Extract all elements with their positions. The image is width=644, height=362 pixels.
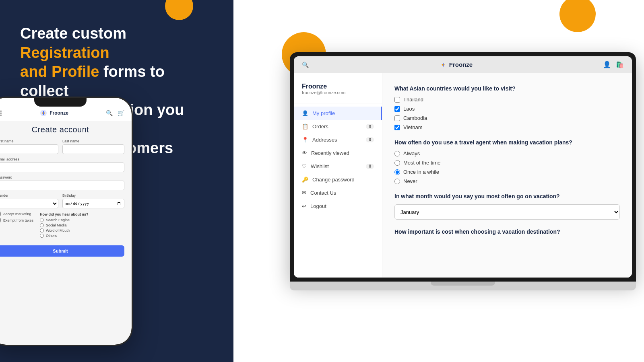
phone-mockup: ☰ Froonze 🔍 🛒 Create account bbox=[0, 97, 133, 346]
user-icon[interactable]: 👤 bbox=[603, 61, 611, 68]
q2-most-time-radio[interactable] bbox=[394, 160, 400, 166]
accept-marketing-label: Accept marketing bbox=[3, 212, 31, 216]
bag-icon[interactable]: 🛍️ bbox=[616, 61, 624, 68]
q2-option-always: Always bbox=[394, 150, 620, 156]
sidebar-recently-viewed-label: Recently viewed bbox=[311, 150, 349, 156]
q1-option-laos: Laos bbox=[394, 106, 620, 112]
profile-email: froonze@froonze.com bbox=[302, 90, 374, 95]
orders-icon: 📋 bbox=[302, 123, 308, 130]
radio-others-input[interactable] bbox=[40, 234, 44, 238]
sidebar-item-logout[interactable]: ↩ Logout bbox=[294, 200, 382, 213]
sidebar: Froonze froonze@froonze.com 👤 My profile bbox=[294, 73, 382, 278]
phone-screen: ☰ Froonze 🔍 🛒 Create account bbox=[0, 98, 132, 345]
radio-others: Others bbox=[40, 234, 89, 238]
sidebar-addresses-label: Addresses bbox=[312, 137, 337, 143]
main-content: What Asian countries would you like to v… bbox=[382, 73, 632, 278]
email-input[interactable] bbox=[0, 162, 124, 172]
radio-social-media: Social Media bbox=[40, 223, 89, 227]
sidebar-item-addresses[interactable]: 📍 Addresses 0 bbox=[294, 133, 382, 146]
q1-laos-label: Laos bbox=[403, 106, 415, 112]
q2-always-label: Always bbox=[403, 150, 420, 156]
radio-word-of-mouth-input[interactable] bbox=[40, 228, 44, 232]
sidebar-item-orders[interactable]: 📋 Orders 0 bbox=[294, 120, 382, 133]
first-name-label: First name bbox=[0, 139, 58, 143]
q2-always-radio[interactable] bbox=[394, 151, 400, 156]
phone-nav-icons: 🔍 🛒 bbox=[106, 110, 124, 116]
search-icon[interactable]: 🔍 bbox=[106, 110, 113, 116]
heart-icon: ♡ bbox=[302, 163, 307, 169]
q3-month-select[interactable]: January February March April May June Ju… bbox=[394, 204, 620, 220]
birthday-input[interactable] bbox=[62, 199, 124, 208]
mail-icon: ✉ bbox=[302, 190, 306, 196]
q1-vietnam-checkbox[interactable] bbox=[394, 125, 400, 130]
sidebar-item-change-password[interactable]: 🔑 Change password bbox=[294, 173, 382, 186]
phone-content: Create account First name Last name Emai… bbox=[0, 121, 132, 261]
accept-marketing-row: Accept marketing bbox=[0, 212, 33, 216]
wishlist-badge: 0 bbox=[366, 164, 374, 169]
radio-social-media-label: Social Media bbox=[46, 223, 67, 227]
gender-birthday-row: Gender Birthday bbox=[0, 193, 124, 208]
phone-title: Create account bbox=[0, 125, 124, 134]
hamburger-icon[interactable]: ☰ bbox=[0, 109, 2, 117]
sidebar-logout-label: Logout bbox=[310, 203, 326, 209]
sidebar-item-my-profile[interactable]: 👤 My profile bbox=[294, 107, 382, 120]
q4-label: How important is cost when choosing a va… bbox=[394, 228, 620, 235]
radio-search-engine-input[interactable] bbox=[40, 218, 44, 222]
browser-chrome: 🔍 Froonze 👤 🛍️ bbox=[294, 56, 632, 73]
browser-search: 🔍 bbox=[302, 62, 309, 68]
q1-laos-checkbox[interactable] bbox=[394, 106, 400, 112]
sidebar-my-profile-label: My profile bbox=[312, 110, 335, 116]
radio-social-media-input[interactable] bbox=[40, 223, 44, 227]
q3-section: In what month would you say you most oft… bbox=[394, 193, 620, 220]
q2-option-once-while: Once in a while bbox=[394, 169, 620, 175]
browser-icons: 👤 🛍️ bbox=[603, 61, 624, 68]
eye-icon: 👁 bbox=[302, 150, 307, 156]
password-label: Password bbox=[0, 175, 124, 179]
q1-cambodia-label: Cambodia bbox=[403, 115, 427, 121]
exempt-taxes-label: Exempt from taxes bbox=[3, 218, 33, 222]
phone-notch bbox=[34, 98, 87, 107]
radio-search-engine-label: Search Engine bbox=[46, 218, 70, 222]
decorative-circle-rt bbox=[559, 0, 596, 32]
q2-option-most-time: Most of the time bbox=[394, 160, 620, 166]
laptop-content: Froonze froonze@froonze.com 👤 My profile bbox=[294, 73, 632, 278]
cart-icon[interactable]: 🛒 bbox=[118, 110, 124, 116]
q2-once-while-label: Once in a while bbox=[403, 169, 439, 175]
gender-group: Gender bbox=[0, 193, 58, 208]
radio-search-engine: Search Engine bbox=[40, 218, 89, 222]
laptop-screen-inner: 🔍 Froonze 👤 🛍️ bbox=[294, 56, 632, 278]
exempt-taxes-checkbox[interactable] bbox=[0, 218, 1, 222]
q1-thailand-checkbox[interactable] bbox=[394, 97, 400, 103]
profile-name: Froonze bbox=[302, 83, 374, 90]
email-group: Email address bbox=[0, 157, 124, 172]
q1-cambodia-checkbox[interactable] bbox=[394, 115, 400, 121]
search-icon[interactable]: 🔍 bbox=[302, 62, 309, 68]
last-name-input[interactable] bbox=[62, 144, 124, 154]
q1-option-vietnam: Vietnam bbox=[394, 124, 620, 130]
location-icon: 📍 bbox=[302, 137, 308, 143]
first-name-input[interactable] bbox=[0, 144, 58, 154]
gender-select[interactable] bbox=[0, 199, 58, 208]
birthday-label: Birthday bbox=[62, 193, 124, 197]
q2-never-label: Never bbox=[403, 178, 417, 184]
how-heard-section: How did you hear about us? Search Engine… bbox=[40, 212, 89, 239]
radio-others-label: Others bbox=[46, 234, 57, 238]
password-group: Password bbox=[0, 175, 124, 190]
q1-section: What Asian countries would you like to v… bbox=[394, 85, 620, 130]
q2-option-never: Never bbox=[394, 178, 620, 184]
key-icon: 🔑 bbox=[302, 177, 308, 183]
q2-section: How often do you use a travel agent when… bbox=[394, 139, 620, 184]
orders-badge: 0 bbox=[366, 124, 374, 129]
accept-marketing-checkbox[interactable] bbox=[0, 212, 1, 216]
sidebar-item-contact-us[interactable]: ✉ Contact Us bbox=[294, 186, 382, 200]
q1-option-thailand: Thailand bbox=[394, 97, 620, 103]
submit-button[interactable]: Submit bbox=[0, 245, 124, 257]
laptop-base bbox=[290, 282, 636, 290]
q2-never-radio[interactable] bbox=[394, 179, 400, 184]
sidebar-item-recently-viewed[interactable]: 👁 Recently viewed bbox=[294, 146, 382, 160]
sidebar-item-wishlist[interactable]: ♡ Wishlist 0 bbox=[294, 160, 382, 173]
password-input[interactable] bbox=[0, 181, 124, 190]
exempt-taxes-row: Exempt from taxes bbox=[0, 218, 33, 222]
q2-once-while-radio[interactable] bbox=[394, 169, 400, 175]
gender-label: Gender bbox=[0, 193, 58, 197]
